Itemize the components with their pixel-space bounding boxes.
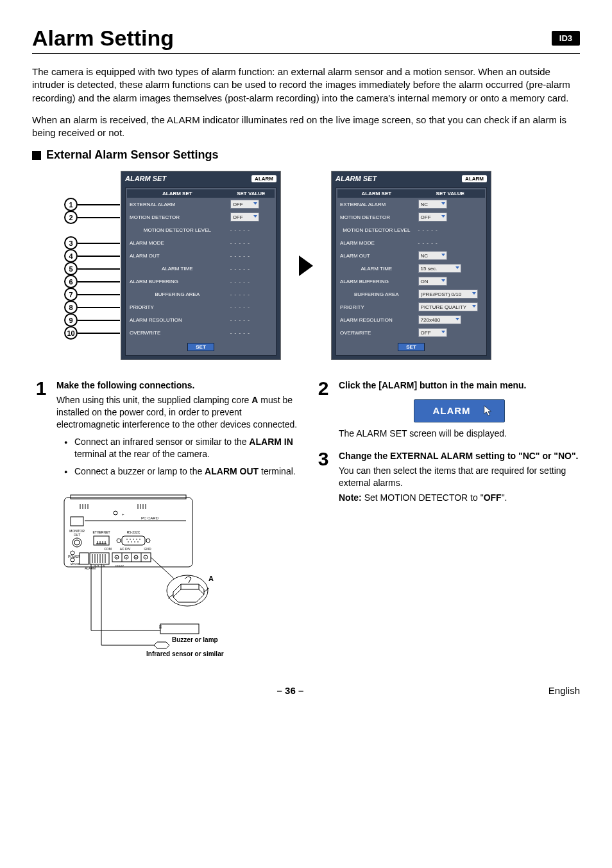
svg-text:MOUSE: MOUSE xyxy=(71,562,80,566)
callout-number: 5 xyxy=(64,262,78,275)
step-title: Click the [ALARM] button in the main men… xyxy=(339,379,580,392)
row-value: OFF xyxy=(228,198,275,211)
col-header-2: SET VALUE xyxy=(228,189,275,198)
row-value: - - - - - xyxy=(228,288,275,300)
svg-point-28 xyxy=(146,539,150,542)
bullet-item: Connect a buzzer or lamp to the ALARM OU… xyxy=(67,465,298,478)
svg-point-35 xyxy=(131,542,132,543)
row-label: ALARM BUFFERING xyxy=(127,275,228,288)
row-label: ALARM RESOLUTION xyxy=(337,313,416,326)
step-title: Change the EXTERNAL ALARM setting to "NC… xyxy=(339,450,580,462)
dropdown[interactable]: (PRE/POST) 0/10 xyxy=(418,290,478,299)
dropdown[interactable]: OFF xyxy=(230,213,259,221)
callout-line xyxy=(78,333,120,334)
svg-text:IN: IN xyxy=(103,564,105,568)
row-label: EXTERNAL ALARM xyxy=(127,198,228,211)
callout-line xyxy=(78,281,120,282)
dropdown[interactable]: OFF xyxy=(418,213,447,221)
svg-point-76 xyxy=(167,575,208,606)
svg-point-27 xyxy=(117,539,121,542)
row-label: MOTION DETECTOR xyxy=(127,211,228,223)
alarm-button[interactable]: ALARM xyxy=(414,399,504,422)
step1-paragraph: When using this unit, the supplied clamp… xyxy=(56,394,298,431)
disabled-value: - - - - - xyxy=(230,227,250,233)
pc-card-label: PC CARD xyxy=(141,516,159,520)
row-label: OVERWRITE xyxy=(337,326,416,339)
alarm-badge: ALARM xyxy=(251,175,276,182)
row-label: BUFFERING AREA xyxy=(337,288,416,300)
row-label: ALARM MODE xyxy=(127,236,228,249)
row-label: BUFFERING AREA xyxy=(127,288,228,300)
svg-text:GND: GND xyxy=(144,547,151,551)
col-header-2: SET VALUE xyxy=(416,189,485,198)
row-value: - - - - - xyxy=(416,223,485,236)
row-value: - - - - - xyxy=(228,223,275,236)
label-a: A xyxy=(208,575,214,582)
set-button[interactable]: SET xyxy=(398,343,425,351)
step2-result: The ALARM SET screen will be displayed. xyxy=(339,428,580,440)
screenshot-right: ALARM SET ALARM ALARM SET SET VALUE EXTE… xyxy=(331,171,491,360)
callout-number: 6 xyxy=(64,275,78,288)
callout-line xyxy=(78,268,120,270)
id-badge: ID3 xyxy=(552,31,580,46)
intro-paragraph-1: The camera is equipped with two types of… xyxy=(32,65,580,105)
alarm-badge: ALARM xyxy=(462,175,487,182)
step3-paragraph: You can then select the items that are r… xyxy=(339,465,580,489)
callout-number: 8 xyxy=(64,300,78,314)
svg-text:AC DIV: AC DIV xyxy=(120,547,131,551)
row-label: ALARM RESOLUTION xyxy=(127,313,228,326)
dropdown[interactable]: OFF xyxy=(230,200,259,209)
disabled-value: - - - - - xyxy=(230,253,250,259)
row-value: (PRE/POST) 0/10 xyxy=(416,288,485,300)
svg-text:−: − xyxy=(145,555,147,559)
col-header-1: ALARM SET xyxy=(337,189,416,198)
page-title: Alarm Setting xyxy=(32,26,174,51)
dropdown[interactable]: ON xyxy=(418,277,447,286)
disabled-value: - - - - - xyxy=(418,240,438,246)
svg-text:POWER: POWER xyxy=(68,555,80,559)
dropdown[interactable]: 15 sec. xyxy=(418,264,461,273)
callout-number: 1 xyxy=(64,198,78,211)
row-label: PRIORITY xyxy=(337,300,416,313)
page-number: – 36 – xyxy=(277,685,304,696)
callout: 4 xyxy=(64,249,120,263)
callout-line xyxy=(78,307,120,308)
row-value: OFF xyxy=(416,211,485,223)
svg-point-16 xyxy=(72,538,81,547)
svg-point-37 xyxy=(137,542,139,543)
bullet-item: Connect an infrared sensor or similar to… xyxy=(67,436,298,460)
callout: 8 xyxy=(64,300,120,314)
callout-number: 4 xyxy=(64,249,78,263)
callout: 6 xyxy=(64,275,120,288)
dropdown[interactable]: NC xyxy=(418,251,447,260)
cursor-icon xyxy=(482,404,494,417)
row-label: MOTION DETECTOR xyxy=(337,211,416,223)
svg-text:ETHERNET: ETHERNET xyxy=(93,530,110,534)
set-button[interactable]: SET xyxy=(187,343,214,351)
row-label: ALARM OUT xyxy=(337,249,416,262)
row-value: - - - - - xyxy=(416,236,485,249)
row-value: OFF xyxy=(416,326,485,339)
callout: 3 xyxy=(64,236,120,250)
row-label: ALARM TIME xyxy=(127,262,228,275)
step-number: 3 xyxy=(314,450,332,504)
label-buzzer: Buzzer or lamp xyxy=(172,636,218,643)
row-value: - - - - - xyxy=(228,313,275,326)
disabled-value: - - - - - xyxy=(230,240,250,246)
callout: 1 xyxy=(64,198,120,211)
step-number: 1 xyxy=(32,379,50,482)
row-value: - - - - - xyxy=(228,326,275,339)
section-heading: External Alarm Sensor Settings xyxy=(46,148,218,162)
dropdown[interactable]: PICTURE QUALITY xyxy=(418,302,478,311)
svg-rect-71 xyxy=(160,624,199,634)
dropdown[interactable]: OFF xyxy=(418,328,447,337)
disabled-value: - - - - - xyxy=(230,266,250,272)
bullet-square-icon xyxy=(32,151,41,160)
disabled-value: - - - - - xyxy=(230,317,250,323)
row-value: - - - - - xyxy=(228,300,275,313)
disabled-value: - - - - - xyxy=(230,291,250,297)
dropdown[interactable]: 720x480 xyxy=(418,315,461,324)
svg-rect-26 xyxy=(122,536,145,545)
dropdown[interactable]: NC xyxy=(418,200,447,209)
callout: 10 xyxy=(64,326,120,340)
